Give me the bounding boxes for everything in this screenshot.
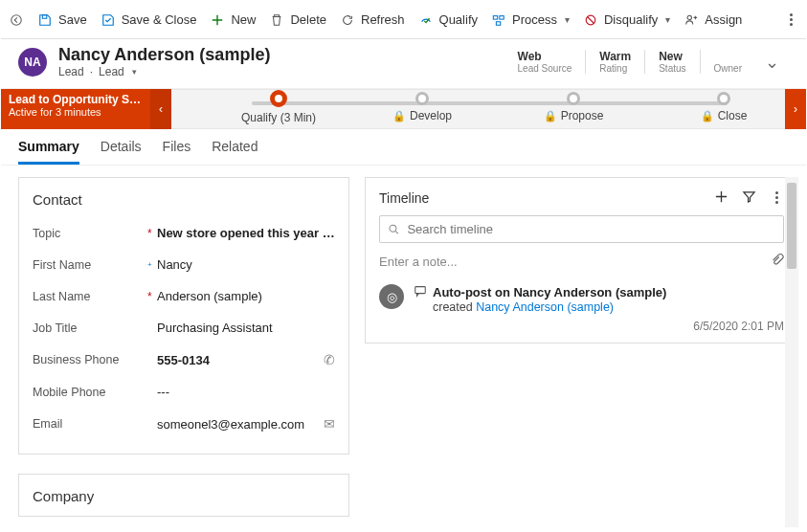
field-last-name[interactable]: Last Name * Anderson (sample)	[19, 280, 348, 312]
assign-button[interactable]: Assign	[684, 12, 742, 28]
stage-qualify[interactable]: Qualify (3 Min)	[221, 92, 336, 124]
avatar: NA	[18, 48, 47, 77]
field-first-name[interactable]: First Name + Nancy	[19, 249, 348, 280]
section-title: Company	[19, 484, 348, 506]
timeline-search[interactable]	[379, 215, 784, 243]
field-business-phone[interactable]: Business Phone 555-0134 ✆	[19, 344, 348, 376]
stage-dot-icon	[270, 90, 287, 107]
chevron-back-icon	[9, 12, 24, 28]
svg-rect-1	[42, 14, 46, 18]
new-label: New	[231, 12, 256, 27]
attachment-icon[interactable]	[771, 253, 784, 271]
save-label: Save	[58, 12, 87, 27]
disqualify-label: Disqualify	[604, 12, 658, 27]
process-button[interactable]: Process ▾	[491, 12, 570, 28]
tab-summary[interactable]: Summary	[18, 139, 79, 165]
timeline-item-time: 6/5/2020 2:01 PM	[414, 320, 784, 333]
timeline-overflow[interactable]	[770, 188, 784, 208]
entity-breadcrumb[interactable]: Lead·Lead▾	[58, 65, 270, 78]
stage-dot-icon	[717, 92, 730, 105]
phone-icon[interactable]: ✆	[318, 352, 335, 367]
timeline-item-title: Auto-post on Nancy Anderson (sample)	[433, 285, 666, 299]
tab-details[interactable]: Details	[101, 139, 142, 165]
process-prev-button[interactable]: ‹	[150, 89, 171, 129]
process-bar: Lead to Opportunity Sale... Active for 3…	[1, 89, 806, 129]
section-title: Contact	[19, 188, 348, 217]
process-icon	[491, 12, 506, 28]
post-icon	[414, 284, 427, 300]
stat-owner: Owner	[700, 50, 755, 74]
scrollbar-thumb[interactable]	[787, 183, 796, 269]
field-email[interactable]: Email someonel3@example.com ✉	[19, 408, 348, 440]
save-button[interactable]: Save	[37, 12, 87, 28]
chevron-down-icon: ▾	[565, 14, 570, 25]
save-close-icon	[101, 12, 116, 28]
qualify-label: Qualify	[439, 12, 478, 27]
back-button[interactable]	[9, 12, 24, 28]
plus-icon	[210, 12, 225, 28]
save-close-button[interactable]: Save & Close	[101, 12, 197, 28]
delete-button[interactable]: Delete	[269, 12, 326, 28]
email-icon[interactable]: ✉	[318, 416, 335, 432]
field-mobile-phone[interactable]: Mobile Phone ---	[19, 376, 348, 408]
stage-develop[interactable]: 🔒Develop	[384, 92, 460, 122]
overflow-menu[interactable]	[784, 10, 798, 30]
stat-status: NewStatus	[644, 50, 699, 74]
process-name[interactable]: Lead to Opportunity Sale... Active for 3…	[1, 89, 150, 129]
assign-icon	[684, 12, 699, 28]
svg-point-7	[390, 225, 396, 232]
save-icon	[37, 12, 53, 28]
svg-point-6	[687, 15, 691, 19]
filter-button[interactable]	[742, 189, 756, 207]
process-next-button[interactable]: ›	[785, 89, 806, 129]
assign-label: Assign	[705, 12, 742, 27]
record-header: NA Nancy Anderson (sample) Lead·Lead▾ We…	[1, 39, 806, 89]
command-bar: Save Save & Close New Delete Refresh Qua…	[1, 1, 806, 39]
disqualify-button[interactable]: Disqualify ▾	[583, 12, 670, 28]
refresh-label: Refresh	[361, 12, 405, 27]
timeline-note-input[interactable]: Enter a note...	[379, 253, 784, 271]
field-job-title[interactable]: Job Title Purchasing Assistant	[19, 312, 348, 344]
disqualify-icon	[583, 12, 598, 28]
lock-icon: 🔒	[701, 110, 714, 122]
lock-icon: 🔒	[544, 110, 557, 122]
page-title: Nancy Anderson (sample)	[58, 45, 270, 65]
process-label: Process	[512, 12, 557, 27]
qualify-button[interactable]: Qualify	[418, 12, 478, 28]
timeline-item-link[interactable]: Nancy Anderson (sample)	[476, 300, 614, 314]
chevron-down-icon: ▾	[665, 14, 670, 25]
contact-section: Contact Topic * New store opened this ye…	[18, 177, 349, 454]
autopost-icon: ◎	[379, 284, 404, 309]
svg-rect-3	[500, 15, 504, 19]
form-tabs: Summary Details Files Related	[1, 129, 806, 166]
svg-rect-2	[493, 15, 497, 19]
add-activity-button[interactable]	[714, 189, 729, 207]
delete-label: Delete	[290, 12, 326, 27]
stage-close[interactable]: 🔒Close	[690, 92, 757, 122]
svg-point-0	[11, 14, 22, 25]
refresh-icon	[340, 12, 355, 28]
search-icon	[388, 223, 399, 235]
stage-propose[interactable]: 🔒Propose	[535, 92, 612, 122]
refresh-button[interactable]: Refresh	[340, 12, 405, 28]
new-button[interactable]: New	[210, 12, 256, 28]
timeline-item[interactable]: ◎ Auto-post on Nancy Anderson (sample) c…	[379, 284, 784, 333]
qualify-icon	[418, 12, 434, 28]
trash-icon	[269, 12, 284, 28]
stat-lead-source: WebLead Source	[504, 50, 586, 74]
timeline-section: Timeline Enter a note... ◎	[365, 177, 798, 344]
lock-icon: 🔒	[392, 110, 406, 122]
tab-files[interactable]: Files	[163, 139, 191, 165]
timeline-title: Timeline	[379, 190, 429, 206]
expand-header-button[interactable]: ⌄	[755, 52, 789, 73]
svg-rect-8	[415, 287, 426, 294]
tab-related[interactable]: Related	[212, 139, 258, 165]
stage-dot-icon	[567, 92, 580, 105]
search-input[interactable]	[405, 221, 775, 237]
svg-rect-4	[496, 21, 500, 25]
scrollbar[interactable]	[785, 177, 798, 527]
company-section: Company	[18, 474, 349, 517]
stat-rating: WarmRating	[585, 50, 644, 74]
field-topic[interactable]: Topic * New store opened this year - f..…	[19, 217, 348, 249]
stage-dot-icon	[415, 92, 429, 105]
